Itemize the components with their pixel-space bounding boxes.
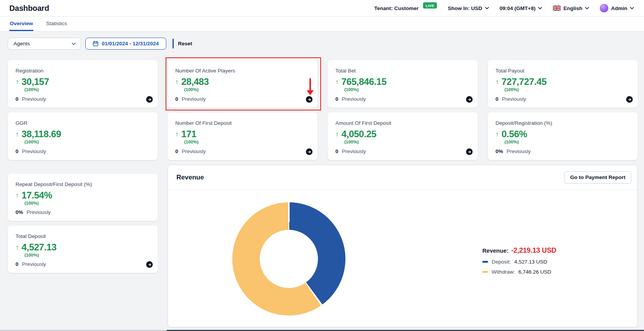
stat-card-total-bet: Total Bet ↑765,846.15 (100%) 0Previously: [328, 60, 478, 108]
stat-card-percent: (100%): [24, 140, 150, 144]
stat-card-value: 38,118.69: [22, 129, 61, 139]
trend-up-icon: ↑: [175, 131, 179, 138]
stat-card-first-deposit-amount: Amount Of First Deposit ↑4,050.25 (100%)…: [328, 112, 478, 160]
stat-card-value: 4,050.25: [342, 129, 376, 139]
chevron-down-icon: [538, 7, 542, 9]
legend-value: 6,746.26 USD: [518, 269, 551, 275]
donut-hole: [260, 230, 318, 288]
legend-item-deposit: Deposit: 4,527.13 USD: [482, 259, 556, 265]
go-to-payment-report-button[interactable]: Go to Payment Report: [564, 171, 631, 184]
previous-value: 0: [496, 96, 499, 102]
trend-up-icon: ↑: [16, 131, 19, 138]
stat-card-percent: (100%): [504, 87, 630, 92]
previous-value: 0: [16, 96, 19, 102]
trend-up-icon: ↑: [496, 79, 499, 85]
language-dropdown[interactable]: English: [553, 5, 589, 11]
user-name: Admin: [611, 5, 627, 11]
stat-card-value: 30,157: [22, 77, 49, 86]
card-detail-arrow-icon[interactable]: [306, 148, 313, 155]
card-detail-arrow-icon[interactable]: [466, 148, 473, 155]
stat-card-first-deposit-count: Number Of First Deposit ↑171 (100%) 0Pre…: [167, 112, 318, 160]
trend-up-icon: ↑: [16, 79, 19, 85]
stat-card-percent: (100%): [344, 140, 470, 144]
calendar-icon: [93, 41, 98, 47]
user-menu[interactable]: Admin: [600, 4, 634, 12]
legend-item-withdraw: Withdraw: 6,746.26 USD: [482, 269, 556, 275]
reset-button[interactable]: Reset: [178, 38, 192, 50]
revenue-total-value: -2,219.13 USD: [511, 247, 556, 255]
revenue-panel: Revenue Go to Payment Report Revenue: -2…: [167, 165, 638, 328]
timezone-dropdown[interactable]: 09:04 (GMT+8): [500, 5, 542, 11]
stat-card-percent: (100%): [24, 201, 150, 205]
stat-card-title: Total Deposit: [16, 233, 150, 239]
trend-up-icon: ↑: [335, 79, 339, 85]
date-range-button[interactable]: 01/01/2024 - 12/31/2024: [85, 38, 166, 50]
previous-label: Previously: [342, 148, 366, 154]
stat-card-title: Total Bet: [335, 68, 470, 74]
stat-card-title: Repeat Deposit/First Deposit (%): [16, 181, 150, 187]
card-detail-arrow-icon[interactable]: [626, 96, 633, 103]
previous-value: 0%: [496, 148, 503, 154]
stat-card-percent: (100%): [184, 140, 310, 144]
avatar: [600, 4, 608, 12]
trend-up-icon: ↑: [335, 131, 339, 138]
trend-up-icon: ↑: [16, 192, 19, 199]
stat-card-value: 28,483: [181, 77, 209, 86]
live-badge: LIVE: [423, 2, 437, 9]
tab-overview[interactable]: Overview: [9, 17, 33, 31]
previous-label: Previously: [22, 148, 46, 154]
card-detail-arrow-icon[interactable]: [466, 96, 473, 103]
legend-value: 4,527.13 USD: [515, 259, 547, 265]
deposit-legend-marker: [482, 261, 488, 263]
stat-card-title: Deposit/Registration (%): [496, 120, 630, 126]
stat-card-registration: Registration ↑30,157 (100%) 0Previously: [8, 60, 158, 108]
revenue-donut-chart: [232, 202, 345, 315]
stat-card-percent: (100%): [504, 140, 630, 144]
stat-card-percent: (100%): [184, 87, 310, 92]
stat-card-repeat-deposit-ratio: Repeat Deposit/First Deposit (%) ↑17.54%…: [8, 174, 158, 221]
stat-card-value: 765,846.15: [342, 77, 387, 86]
revenue-legend: Revenue: -2,219.13 USD Deposit: 4,527.13…: [482, 247, 556, 275]
agents-select[interactable]: Agents: [8, 38, 81, 50]
revenue-title: Revenue: [176, 174, 204, 181]
previous-value: 0: [335, 96, 338, 102]
stat-card-title: Registration: [16, 68, 150, 74]
filter-divider: [173, 39, 174, 48]
previous-label: Previously: [27, 209, 51, 215]
previous-label: Previously: [22, 96, 46, 102]
stat-card-value: 727,727.45: [502, 77, 547, 86]
trend-up-icon: ↑: [16, 244, 19, 251]
stat-card-percent: (100%): [344, 87, 470, 92]
card-detail-arrow-icon[interactable]: [146, 261, 153, 268]
previous-label: Previously: [507, 148, 531, 154]
stat-card-value: 171: [181, 129, 197, 139]
stat-card-title: Number Of First Deposit: [175, 120, 310, 126]
stat-card-title: Number Of Active Players: [175, 68, 310, 74]
timezone-label: 09:04 (GMT+8): [500, 5, 536, 11]
tab-statistics[interactable]: Statistics: [46, 17, 67, 31]
stat-card-title: Amount Of First Deposit: [335, 120, 470, 126]
trend-up-icon: ↑: [175, 79, 179, 85]
stat-card-value: 17.54%: [22, 191, 52, 200]
tenant-label: Tenant: Customer: [374, 5, 419, 11]
chevron-down-icon: [630, 7, 634, 9]
previous-value: 0: [335, 148, 338, 154]
language-label: English: [563, 5, 582, 11]
previous-value: 0: [16, 261, 19, 267]
stat-card-active-players: Number Of Active Players ↑28,483 (100%) …: [167, 60, 318, 108]
card-detail-arrow-icon[interactable]: [146, 96, 153, 103]
stat-card-total-deposit: Total Deposit ↑4,527.13 (100%) 0Previous…: [8, 226, 158, 273]
tab-bar: Overview Statistics: [0, 17, 644, 31]
revenue-panel-header: Revenue Go to Payment Report: [168, 165, 637, 190]
card-detail-arrow-icon[interactable]: [306, 96, 313, 103]
uk-flag-icon: [553, 5, 561, 11]
previous-label: Previously: [182, 96, 206, 102]
app-header: Dashboard Tenant: Customer LIVE Show In:…: [0, 0, 644, 17]
chevron-down-icon: [485, 7, 489, 9]
agents-select-value: Agents: [14, 41, 30, 47]
currency-dropdown[interactable]: Show In: USD: [448, 5, 489, 11]
page-title: Dashboard: [9, 4, 49, 13]
dashboard-screen: Dashboard Tenant: Customer LIVE Show In:…: [0, 0, 644, 331]
stat-card-value: 4,527.13: [22, 243, 57, 252]
date-range-value: 01/01/2024 - 12/31/2024: [102, 41, 159, 47]
